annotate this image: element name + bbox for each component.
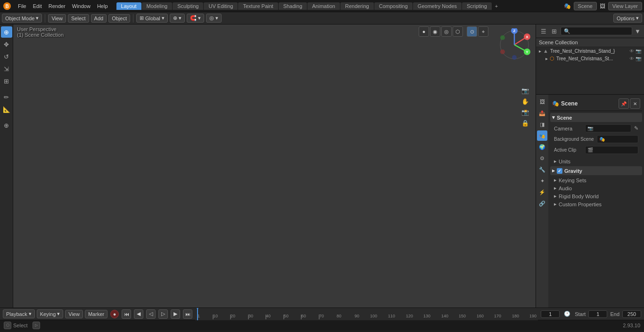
gizmos-toggle[interactable]: ⌖ — [478, 26, 488, 37]
tab-modeling[interactable]: Modeling — [142, 2, 173, 10]
prop-constraint-icon[interactable]: 🔗 — [537, 198, 547, 209]
tab-uv-editing[interactable]: UV Editing — [204, 2, 238, 10]
outliner-item-0[interactable]: ▸ ▲ Tree_Nest_Christmas_Stand_} 👁 📷 — [536, 47, 644, 55]
lock-to-camera-icon[interactable]: 📸 — [520, 107, 530, 117]
add-workspace-button[interactable]: + — [492, 2, 501, 10]
scene-section-header[interactable]: ▾ Scene — [550, 113, 642, 122]
prop-physics-icon[interactable]: ⚡ — [537, 187, 547, 197]
menu-file[interactable]: File — [15, 2, 29, 10]
menu-edit[interactable]: Edit — [30, 2, 45, 10]
add-cube-tool[interactable]: ⊕ — [1, 120, 12, 131]
frame-current-input[interactable]: 1 — [541, 310, 560, 318]
background-scene-field[interactable]: 🎭 — [597, 135, 638, 143]
add-menu[interactable]: Add — [91, 14, 107, 23]
outliner-item-1[interactable]: ▸ ⬡ Tree_Nest_Christmas_St... 👁 📷 — [536, 55, 644, 63]
tab-sculpting[interactable]: Sculpting — [173, 2, 203, 10]
camera-view-icon[interactable]: 📷 — [520, 86, 530, 95]
prop-viewlayer-icon[interactable]: ◨ — [537, 119, 547, 130]
hand-tool-icon[interactable]: ✋ — [520, 97, 530, 106]
proportional-edit[interactable]: ◎ ▾ — [206, 14, 222, 23]
camera-field[interactable]: 📷 — [585, 124, 631, 132]
scale-tool[interactable]: ⇲ — [1, 63, 12, 74]
panel-icon-1[interactable]: ☰ — [539, 26, 548, 36]
viewport-3d[interactable]: User Perspective (1) Scene Collection X … — [13, 24, 536, 308]
measure-tool[interactable]: 📐 — [1, 104, 12, 115]
viewport-shading-wire[interactable]: ⬡ — [453, 26, 463, 37]
audio-row[interactable]: ▸ Audio — [550, 184, 642, 192]
end-frame-input[interactable]: 250 — [622, 310, 641, 318]
menu-render[interactable]: Render — [46, 2, 68, 10]
transform-tool[interactable]: ⊞ — [1, 75, 12, 87]
viewport-shading-rendered[interactable]: ◎ — [441, 26, 452, 37]
render-icon-0[interactable]: 📷 — [636, 49, 641, 54]
view-tl-menu[interactable]: View — [65, 310, 83, 318]
options-button[interactable]: Options ▾ — [613, 14, 642, 23]
tab-animation[interactable]: Animation — [307, 2, 340, 10]
prop-object-icon[interactable]: ⚙ — [537, 153, 547, 163]
tab-compositing[interactable]: Compositing — [374, 2, 413, 10]
transform-orientation[interactable]: ⊞ Global ▾ — [136, 14, 168, 23]
rigid-body-world-row[interactable]: ▸ Rigid Body World — [550, 192, 642, 200]
playback-menu[interactable]: Playback ▾ — [3, 309, 35, 318]
prop-world-icon[interactable]: 🌍 — [537, 142, 547, 152]
object-mode-dropdown[interactable]: Object Mode ▾ — [2, 14, 42, 23]
play-button[interactable]: ▷ — [158, 309, 168, 319]
viewport-shading-solid[interactable]: ● — [419, 26, 429, 37]
select-menu[interactable]: Select — [68, 14, 89, 23]
timeline-scrubber[interactable]: 1 10 20 30 40 50 60 70 80 90 100 110 — [195, 308, 538, 320]
jump-end-button[interactable]: ⏭ — [183, 309, 192, 319]
select-mouse-icon[interactable]: ⬡ — [4, 322, 11, 329]
tab-rendering[interactable]: Rendering — [340, 2, 374, 10]
tab-shading[interactable]: Shading — [279, 2, 307, 10]
render-icon-1[interactable]: 📷 — [636, 56, 641, 61]
tab-scripting[interactable]: Scripting — [462, 2, 492, 10]
record-button[interactable]: ● — [110, 310, 119, 318]
menu-window[interactable]: Window — [69, 2, 93, 10]
scene-name[interactable]: Scene — [574, 2, 597, 10]
tab-texture-paint[interactable]: Texture Paint — [238, 2, 278, 10]
active-clip-field[interactable]: 🎬 — [585, 146, 638, 154]
prop-render-icon[interactable]: 🖼 — [537, 97, 547, 107]
cursor-tool[interactable]: ⊕ — [1, 26, 12, 38]
next-frame-button[interactable]: ▶ — [171, 309, 180, 319]
filter-icon[interactable]: ▼ — [634, 26, 641, 36]
jump-start-button[interactable]: ⏮ — [122, 309, 131, 319]
eye-icon-1[interactable]: 👁 — [629, 56, 634, 61]
panel-icon-2[interactable]: ⊞ — [549, 26, 559, 36]
rotate-tool[interactable]: ↺ — [1, 51, 12, 62]
annotate-tool[interactable]: ✏ — [1, 91, 12, 103]
view-layer-name[interactable]: View Layer — [608, 2, 642, 10]
snap-toggle[interactable]: 🧲 ▾ — [187, 14, 204, 23]
prop-modifier-icon[interactable]: 🔧 — [537, 164, 547, 175]
pivot-point[interactable]: ⊕ ▾ — [170, 14, 185, 23]
overlays-toggle[interactable]: ⊙ — [467, 26, 477, 37]
keying-menu[interactable]: Keying ▾ — [37, 309, 64, 318]
keying-sets-row[interactable]: ▸ Keying Sets — [550, 176, 642, 184]
properties-search[interactable] — [561, 27, 632, 35]
move-tool[interactable]: ✥ — [1, 39, 12, 50]
view-menu[interactable]: View — [48, 14, 66, 23]
tab-geometry-nodes[interactable]: Geometry Nodes — [413, 2, 462, 10]
prop-particle-icon[interactable]: ✦ — [537, 176, 547, 186]
gravity-checkbox[interactable]: ✓ — [557, 168, 562, 174]
camera-edit-icon[interactable]: ✎ — [634, 125, 638, 131]
prev-frame-button[interactable]: ◀ — [134, 309, 143, 319]
eye-icon-0[interactable]: 👁 — [629, 49, 634, 54]
pin-icon[interactable]: 📌 — [619, 98, 629, 109]
object-menu[interactable]: Object — [108, 14, 130, 23]
start-frame-input[interactable]: 1 — [588, 310, 607, 318]
play-reverse-button[interactable]: ◁ — [146, 309, 156, 319]
prop-scene-icon[interactable]: 🎭 — [537, 130, 547, 141]
prop-output-icon[interactable]: 📤 — [537, 108, 547, 118]
navigation-gizmo[interactable]: X Y Z — [498, 28, 531, 61]
marker-menu[interactable]: Marker — [85, 310, 107, 318]
viewport-shading-material[interactable]: ◉ — [430, 26, 440, 37]
units-row[interactable]: ▸ Units — [550, 157, 642, 165]
menu-help[interactable]: Help — [94, 2, 111, 10]
gravity-header[interactable]: ▸ ✓ Gravity — [550, 166, 642, 175]
move-mouse-icon[interactable]: ▷ — [33, 322, 40, 329]
viewport-lock-icon[interactable]: 🔒 — [520, 118, 530, 128]
tab-layout[interactable]: Layout — [116, 2, 141, 10]
custom-properties-row[interactable]: ▸ Custom Properties — [550, 200, 642, 208]
close-props-icon[interactable]: ✕ — [630, 98, 640, 109]
